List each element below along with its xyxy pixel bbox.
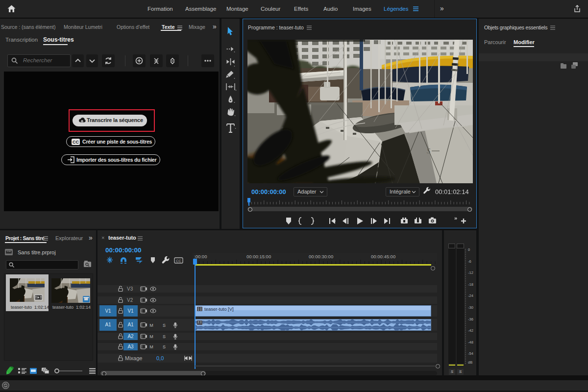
svg-text:M: M: [149, 344, 153, 349]
svg-text:M: M: [149, 323, 153, 328]
svg-text:CC: CC: [176, 259, 181, 263]
svg-text:CC: CC: [73, 140, 79, 145]
svg-text:-18: -18: [468, 282, 473, 287]
svg-text:-54: -54: [468, 351, 473, 356]
svg-text:S: S: [163, 334, 166, 339]
svg-text:-42: -42: [468, 328, 473, 333]
svg-text:0: 0: [468, 248, 470, 252]
svg-text:»: »: [454, 215, 457, 221]
svg-text:S: S: [163, 323, 166, 328]
svg-text:-12: -12: [468, 270, 473, 275]
svg-text:-24: -24: [468, 294, 473, 298]
svg-text:S: S: [163, 344, 166, 349]
svg-text:M: M: [149, 334, 153, 339]
svg-text:dB: dB: [468, 360, 472, 365]
svg-text:-36: -36: [468, 317, 473, 321]
svg-text:-6: -6: [468, 259, 471, 264]
svg-text:-30: -30: [468, 305, 473, 310]
svg-text:-48: -48: [468, 340, 473, 344]
